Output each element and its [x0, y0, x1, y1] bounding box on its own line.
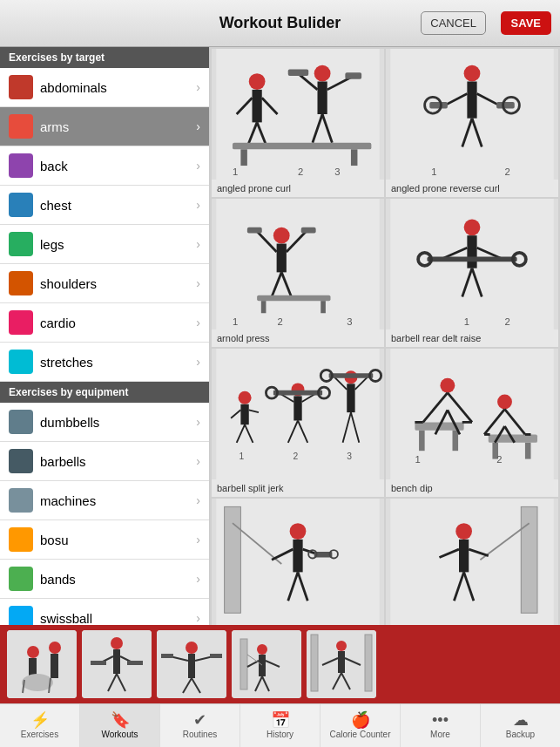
save-button[interactable]: SAVE: [501, 11, 551, 35]
selected-exercise-s1[interactable]: [7, 630, 77, 698]
exercise-img-e5: 1 2 3: [212, 349, 384, 479]
svg-rect-113: [225, 506, 241, 613]
tab-label-workouts: Workouts: [101, 730, 138, 739]
sidebar-item-icon-bosu: [9, 527, 33, 552]
tab-calorie[interactable]: 🍎 Calorie Counter: [320, 704, 401, 747]
sidebar-item-icon-legs: [9, 232, 33, 256]
exercise-cell-e3[interactable]: 1 2 3 arnold press: [212, 199, 384, 347]
tab-more[interactable]: ••• More: [401, 704, 481, 747]
exercise-label-e2: angled prone reverse curl: [386, 180, 558, 197]
exercise-label-e6: bench dip: [386, 479, 558, 497]
sidebar-item-icon-chest: [9, 193, 33, 217]
tab-label-backup: Backup: [506, 730, 535, 739]
sidebar-item-stretches[interactable]: stretches ›: [0, 343, 209, 382]
svg-rect-116: [293, 540, 302, 573]
exercise-cell-e8[interactable]: cable reverse curl: [386, 499, 558, 625]
tab-exercises[interactable]: ⚡ Exercises: [0, 704, 80, 747]
svg-text:1: 1: [431, 166, 436, 177]
sidebar-item-arms[interactable]: arms ›: [0, 107, 209, 146]
svg-rect-125: [521, 506, 537, 613]
svg-rect-43: [257, 295, 330, 302]
sidebar-item-label-chest: chest: [40, 198, 196, 213]
sidebar-item-chest[interactable]: chest ›: [0, 186, 209, 225]
exercise-label-e5: barbell split jerk: [212, 479, 384, 497]
sidebar-item-shoulders[interactable]: shoulders ›: [0, 264, 209, 303]
selected-strip: [0, 625, 560, 703]
exercise-img-e1: 1 2 3: [212, 49, 384, 180]
cancel-button[interactable]: CANCEL: [421, 11, 486, 35]
sidebar-item-dumbbells[interactable]: dumbbells ›: [0, 403, 209, 442]
sidebar-item-bosu[interactable]: bosu ›: [0, 520, 209, 560]
svg-point-104: [497, 395, 512, 410]
sidebar-item-icon-arms: [9, 114, 33, 139]
svg-rect-147: [127, 661, 143, 665]
sidebar-item-icon-abdominals: [9, 75, 33, 99]
svg-rect-17: [233, 143, 371, 150]
sidebar-item-cardio[interactable]: cardio ›: [0, 303, 209, 343]
tab-icon-backup: ☁: [513, 712, 529, 728]
exercise-cell-e2[interactable]: 1 2 angled prone reverse curl: [386, 49, 558, 197]
tab-history[interactable]: 📅 History: [240, 704, 320, 747]
svg-rect-13: [345, 72, 361, 79]
svg-text:2: 2: [505, 316, 510, 327]
svg-rect-63: [240, 404, 248, 424]
svg-rect-36: [277, 244, 287, 273]
sidebar-item-icon-stretches: [9, 350, 33, 374]
sidebar-item-swissball[interactable]: swissball ›: [0, 599, 209, 625]
tab-label-calorie: Calorie Counter: [329, 730, 390, 739]
sidebar-item-barbells[interactable]: barbells ›: [0, 442, 209, 481]
svg-point-50: [464, 219, 481, 235]
sidebar-item-machines[interactable]: machines ›: [0, 481, 209, 520]
tab-workouts[interactable]: 🔖 Workouts: [80, 704, 160, 747]
chevron-right-icon: ›: [196, 454, 200, 468]
sidebar-item-icon-machines: [9, 488, 33, 513]
tab-backup[interactable]: ☁ Backup: [481, 704, 560, 747]
exercise-img-e2: 1 2: [386, 49, 558, 180]
sidebar-item-icon-bands: [9, 567, 33, 591]
tab-icon-history: 📅: [271, 712, 290, 728]
sidebar-item-icon-shoulders: [9, 271, 33, 295]
tab-label-exercises: Exercises: [21, 730, 58, 739]
svg-text:1: 1: [464, 316, 469, 327]
svg-point-134: [27, 646, 39, 658]
exercise-cell-e1[interactable]: 1 2 3 angled prone curl: [212, 49, 384, 197]
chevron-right-icon: ›: [196, 237, 200, 251]
exercise-img-e3: 1 2 3: [212, 199, 384, 329]
sidebar-item-label-bands: bands: [40, 572, 196, 587]
svg-point-135: [49, 642, 61, 654]
exercise-cell-e4[interactable]: 1 2 barbell rear delt raise: [386, 199, 558, 347]
svg-point-115: [290, 523, 307, 540]
sidebar-item-label-shoulders: shoulders: [40, 276, 196, 291]
svg-rect-19: [351, 149, 358, 166]
svg-rect-156: [210, 654, 222, 658]
sidebar-item-bands[interactable]: bands ›: [0, 560, 209, 599]
svg-text:3: 3: [347, 316, 352, 327]
exercise-cell-e7[interactable]: cable curl: [212, 499, 384, 625]
svg-rect-172: [338, 651, 345, 673]
svg-rect-34: [216, 199, 380, 329]
exercise-img-e6: 1 2: [386, 349, 558, 479]
sidebar-item-label-back: back: [40, 159, 196, 173]
svg-point-142: [111, 637, 123, 649]
svg-rect-26: [429, 102, 448, 109]
svg-rect-143: [113, 649, 120, 674]
svg-rect-18: [240, 149, 247, 166]
header: Workout Bulider CANCEL SAVE: [0, 0, 560, 47]
sidebar-item-label-swissball: swissball: [40, 611, 196, 626]
svg-rect-54: [427, 257, 516, 262]
tab-icon-workouts: 🔖: [111, 712, 130, 728]
sidebar-item-label-machines: machines: [40, 493, 196, 508]
selected-exercise-s5[interactable]: [307, 630, 376, 698]
svg-rect-152: [188, 654, 195, 678]
sidebar-item-back[interactable]: back ›: [0, 146, 209, 186]
exercise-cell-e5[interactable]: 1 2 3 barbell split jerk: [212, 349, 384, 497]
selected-exercise-s4[interactable]: [232, 630, 301, 698]
tab-routines[interactable]: ✔ Routines: [160, 704, 240, 747]
exercise-cell-e6[interactable]: 1 2 bench dip: [386, 349, 558, 497]
svg-text:2: 2: [293, 452, 298, 461]
selected-exercise-s3[interactable]: [157, 630, 226, 698]
chevron-right-icon: ›: [196, 415, 200, 429]
sidebar-item-legs[interactable]: legs ›: [0, 225, 209, 264]
sidebar-item-abdominals[interactable]: abdominals ›: [0, 68, 209, 107]
selected-exercise-s2[interactable]: [82, 630, 152, 698]
